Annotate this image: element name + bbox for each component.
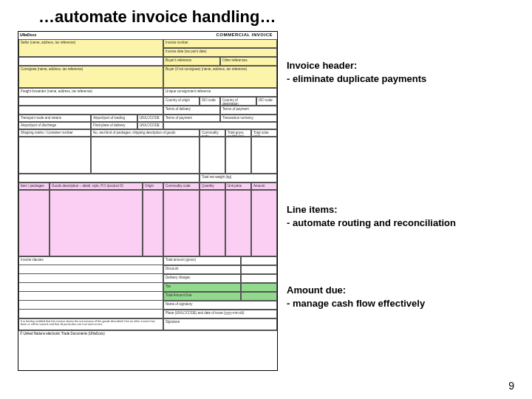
annotation-amount-title: Amount due: bbox=[287, 284, 456, 297]
field-buyer-ref: Buyer's reference bbox=[163, 57, 220, 66]
field-packages: No. and kind of packages; shipping descr… bbox=[91, 129, 200, 137]
field-place-date: Place (UN/LOCODE) and date of issue (yyy… bbox=[163, 310, 277, 318]
field-terms-delivery: Terms of delivery bbox=[163, 106, 220, 115]
col-price: Unit price bbox=[225, 183, 251, 190]
field-tax: Tax bbox=[163, 283, 241, 292]
field-transport: Transport mode and means bbox=[18, 115, 91, 122]
annotation-lines-title: Line items: bbox=[287, 203, 456, 216]
field-marks: Shipping marks / Container number bbox=[18, 129, 91, 137]
field-iso: ISO code bbox=[200, 97, 220, 106]
field-cert: It is hereby certified that this invoice… bbox=[18, 318, 163, 330]
field-signature: Signature bbox=[163, 318, 277, 330]
field-gross-wt: Total gross weight (kg) bbox=[225, 129, 251, 137]
field-discount: Discount bbox=[163, 265, 241, 274]
field-unlocode1: UN/LOCODE bbox=[137, 115, 163, 122]
doc-title: COMMERCIAL INVOICE bbox=[211, 32, 277, 39]
invoice-footer: © United Nations electronic Trade Docume… bbox=[18, 330, 277, 336]
field-buyer: Buyer (if not consignee) (name, address,… bbox=[163, 66, 277, 88]
invoice-form: UNeDocs COMMERCIAL INVOICE Seller (name,… bbox=[18, 31, 278, 371]
col-amount: Amount bbox=[251, 183, 277, 190]
col-item: Item / packages bbox=[18, 183, 50, 190]
field-delivery-place: Final place of delivery bbox=[91, 122, 137, 129]
field-commodity: Commodity code bbox=[200, 129, 225, 137]
field-terms-payment: Terms of payment bbox=[220, 106, 277, 115]
field-currency: Transaction currency bbox=[220, 115, 277, 122]
col-qty: Quantity bbox=[200, 183, 225, 190]
col-origin: Origin bbox=[143, 183, 163, 190]
annotation-amount: Amount due: - manage cash flow effective… bbox=[287, 284, 456, 310]
annotations: Invoice header: - eliminate duplicate pa… bbox=[278, 31, 456, 371]
field-consignee: Consignee (name, address, tax reference) bbox=[18, 66, 163, 88]
col-desc: Goods description – detail, style, P.O./… bbox=[50, 183, 143, 190]
field-net-wt: Total net weight (kg) bbox=[200, 174, 277, 183]
field-terms-payment2: Terms of payment bbox=[163, 115, 220, 122]
annotation-header-bullet: - eliminate duplicate payments bbox=[287, 72, 456, 86]
annotation-header: Invoice header: - eliminate duplicate pa… bbox=[287, 59, 456, 85]
field-seller: Seller (name, address, tax reference) bbox=[18, 39, 163, 57]
field-other-ref: Other references bbox=[220, 57, 277, 66]
field-cod: Country of destination bbox=[220, 97, 256, 106]
field-freight: Freight forwarder (name, address, tax re… bbox=[18, 88, 163, 97]
field-coo: Country of origin bbox=[163, 97, 200, 106]
field-total-gross: Total amount (gross) bbox=[163, 256, 241, 265]
annotation-amount-bullet: - manage cash flow effectively bbox=[287, 297, 456, 310]
field-iso2: ISO code bbox=[256, 97, 277, 106]
annotation-lines-bullet: - automate routing and reconciliation bbox=[287, 216, 456, 230]
field-discharge: Airport/port of discharge bbox=[18, 122, 91, 129]
annotation-lines: Line items: - automate routing and recon… bbox=[287, 203, 456, 229]
field-invoice-no: Invoice number bbox=[163, 39, 277, 48]
field-cube: Total cube (m3) bbox=[251, 129, 277, 137]
field-signatory: Name of signatory bbox=[163, 301, 277, 310]
annotation-header-title: Invoice header: bbox=[287, 59, 456, 72]
field-invoice-date: Invoice date (tax point date) bbox=[163, 48, 277, 57]
col-commodity: Commodity code bbox=[163, 183, 200, 190]
field-delivery-chg: Delivery charges bbox=[163, 274, 241, 283]
brand: UNeDocs bbox=[18, 32, 38, 39]
page-title: …automate invoice handling… bbox=[0, 0, 532, 31]
content-area: UNeDocs COMMERCIAL INVOICE Seller (name,… bbox=[0, 31, 532, 371]
page-number: 9 bbox=[508, 380, 514, 392]
field-total-due: Total Amount Due bbox=[163, 292, 241, 301]
field-ucr: Unique consignment reference bbox=[163, 88, 277, 97]
field-clauses: Invoice clauses bbox=[18, 256, 163, 265]
field-unlocode2: UN/LOCODE bbox=[137, 122, 163, 129]
field-loading: Airport/port of loading bbox=[91, 115, 137, 122]
